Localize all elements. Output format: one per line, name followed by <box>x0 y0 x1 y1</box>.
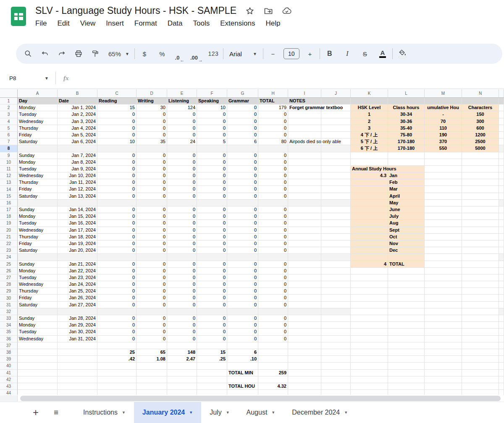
search-icon[interactable] <box>21 47 35 61</box>
cell-M22[interactable] <box>425 240 462 247</box>
cell-J29[interactable] <box>321 288 351 295</box>
cell-M30[interactable] <box>425 295 462 301</box>
cell-H13[interactable]: 0 <box>258 179 288 186</box>
cell-J36[interactable] <box>321 336 351 342</box>
cell-K13[interactable] <box>351 179 388 186</box>
cell-B26[interactable]: Jan 22, 2024 <box>58 268 97 274</box>
cell-C21[interactable]: 0 <box>97 234 136 240</box>
cell-I27[interactable] <box>288 274 321 281</box>
cell-I19[interactable] <box>288 220 321 227</box>
cell-C4[interactable]: 0 <box>97 118 136 125</box>
cell-E8[interactable] <box>167 145 197 152</box>
cell-B21[interactable]: Jan 18, 2024 <box>58 234 97 240</box>
cell-A16[interactable] <box>18 200 58 206</box>
cell-F39[interactable]: .25 <box>197 356 227 363</box>
column-header-M[interactable]: M <box>425 89 462 98</box>
cell-B16[interactable] <box>58 200 97 206</box>
cell-partial-18[interactable] <box>499 213 504 220</box>
cell-partial-41[interactable] <box>499 370 504 376</box>
cell-C31[interactable]: 0 <box>97 302 136 308</box>
cell-B14[interactable]: Jan 12, 2024 <box>58 186 97 193</box>
row-header-42[interactable]: 42 <box>0 376 18 383</box>
cell-D22[interactable]: 0 <box>136 240 167 247</box>
cell-E3[interactable]: 0 <box>167 111 197 118</box>
cell-F36[interactable]: 0 <box>197 336 227 342</box>
cell-N1[interactable] <box>462 98 499 104</box>
cell-G21[interactable]: 0 <box>227 234 258 240</box>
cell-A24[interactable] <box>18 254 58 261</box>
cell-G23[interactable]: 0 <box>227 247 258 254</box>
cell-G16[interactable] <box>227 200 258 206</box>
menu-file[interactable]: File <box>35 19 47 28</box>
cell-B25[interactable]: Jan 21, 2024 <box>58 261 97 268</box>
cell-F12[interactable]: 0 <box>197 172 227 179</box>
cell-E10[interactable]: 0 <box>167 159 197 166</box>
cell-L6[interactable]: 75-80 <box>388 132 425 138</box>
cell-N6[interactable]: 1200 <box>462 132 499 138</box>
cell-L16[interactable]: May <box>388 200 425 206</box>
cell-J19[interactable] <box>321 220 351 227</box>
cell-I38[interactable] <box>288 349 321 356</box>
font-select[interactable]: Arial▼ <box>226 50 260 57</box>
cell-M11[interactable] <box>425 166 462 172</box>
cell-G17[interactable]: 0 <box>227 206 258 213</box>
cell-M26[interactable] <box>425 268 462 274</box>
cell-K27[interactable] <box>351 274 388 281</box>
cell-H31[interactable]: 0 <box>258 302 288 308</box>
cell-C42[interactable] <box>97 376 136 383</box>
cell-H39[interactable] <box>258 356 288 363</box>
cell-H42[interactable] <box>258 376 288 383</box>
row-header-5[interactable]: 5 <box>0 125 18 132</box>
cell-E37[interactable] <box>167 342 197 349</box>
cell-E22[interactable]: 0 <box>167 240 197 247</box>
cell-A33[interactable]: Sunday <box>18 315 58 322</box>
cell-E25[interactable]: 0 <box>167 261 197 268</box>
cell-A7[interactable]: Saturday <box>18 138 58 145</box>
cell-I18[interactable] <box>288 213 321 220</box>
cell-K26[interactable] <box>351 268 388 274</box>
cell-M27[interactable] <box>425 274 462 281</box>
cell-L39[interactable] <box>388 356 425 363</box>
cell-partial-15[interactable] <box>499 193 504 200</box>
cell-B22[interactable]: Jan 19, 2024 <box>58 240 97 247</box>
cell-H35[interactable]: 0 <box>258 329 288 335</box>
cell-L31[interactable] <box>388 302 425 308</box>
zoom-select[interactable]: 65%▼ <box>106 50 132 57</box>
cell-N32[interactable] <box>462 308 499 315</box>
cell-J39[interactable] <box>321 356 351 363</box>
cell-B38[interactable] <box>58 349 97 356</box>
cell-partial-4[interactable] <box>499 118 504 125</box>
cell-H18[interactable]: 0 <box>258 213 288 220</box>
cell-K15[interactable] <box>351 193 388 200</box>
cell-B15[interactable]: Jan 13, 2024 <box>58 193 97 200</box>
cell-K38[interactable] <box>351 349 388 356</box>
cell-I3[interactable] <box>288 111 321 118</box>
cell-C40[interactable] <box>97 363 136 369</box>
cell-C10[interactable]: 0 <box>97 159 136 166</box>
cell-A13[interactable]: Thursday <box>18 179 58 186</box>
row-header-18[interactable]: 18 <box>0 213 18 220</box>
cell-H10[interactable]: 0 <box>258 159 288 166</box>
cell-F37[interactable] <box>197 342 227 349</box>
row-header-32[interactable]: 32 <box>0 308 18 315</box>
cell-G3[interactable]: 0 <box>227 111 258 118</box>
cell-H12[interactable]: 0 <box>258 172 288 179</box>
cell-B29[interactable]: Jan 25, 2024 <box>58 288 97 295</box>
cell-I7[interactable]: Airpods died so only able <box>288 138 321 145</box>
cell-B8[interactable] <box>58 145 97 152</box>
cell-N43[interactable] <box>462 383 499 390</box>
cell-K36[interactable] <box>351 336 388 342</box>
cell-partial-13[interactable] <box>499 179 504 186</box>
cell-B30[interactable]: Jan 26, 2024 <box>58 295 97 301</box>
cell-I11[interactable] <box>288 166 321 172</box>
cell-I44[interactable] <box>288 390 321 395</box>
cell-I26[interactable] <box>288 268 321 274</box>
cell-L19[interactable]: Aug <box>388 220 425 227</box>
cell-A23[interactable]: Saturday <box>18 247 58 254</box>
cell-M35[interactable] <box>425 329 462 335</box>
cell-F32[interactable] <box>197 308 227 315</box>
cell-N44[interactable] <box>462 390 499 395</box>
row-header-20[interactable]: 20 <box>0 227 18 234</box>
cell-J37[interactable] <box>321 342 351 349</box>
cell-B31[interactable]: Jan 27, 2024 <box>58 302 97 308</box>
